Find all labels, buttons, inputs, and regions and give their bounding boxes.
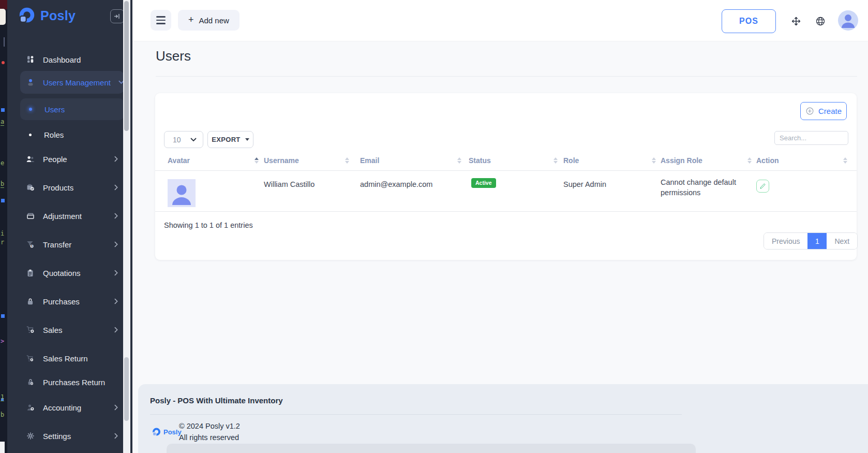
scrollbar-thumb[interactable] — [124, 357, 129, 421]
editor-text-fragment: a — [1, 118, 4, 126]
pencil-icon — [759, 183, 766, 189]
editor-fragment-block — [0, 9, 6, 25]
chevron-right-icon — [114, 404, 118, 411]
sidebar-item-purchases-return[interactable]: Purchases Return — [20, 372, 124, 392]
users-table-card: Create 10 EXPORT Avatar Username Emai — [155, 93, 857, 260]
cell-assign-role: Cannot change default permissions — [661, 177, 737, 198]
sidebar-item-label: Accounting — [43, 403, 107, 412]
sidebar-item-quotations[interactable]: Quotations — [20, 263, 124, 283]
background-editor-strip: a e b i r > 1 b — [0, 0, 7, 453]
sidebar-item-users[interactable]: Users — [20, 98, 124, 120]
cell-username: William Castillo — [264, 180, 315, 188]
editor-text-fragment: 1 — [1, 393, 4, 401]
cell-role: Super Admin — [563, 180, 606, 188]
chevron-right-icon — [114, 241, 118, 247]
search-input[interactable] — [774, 131, 848, 145]
footer-rights: All rights reserved — [179, 433, 239, 442]
topbar: + Add new POS — [130, 0, 868, 41]
footer-title: Posly - POS With Ultimate Inventory — [150, 396, 283, 405]
sidebar-item-adjustment[interactable]: Adjustment — [20, 206, 124, 226]
column-header-assign-role[interactable]: Assign Role — [661, 150, 752, 171]
sidebar-item-label: Users — [44, 105, 118, 114]
page-size-select[interactable]: 10 — [164, 131, 203, 148]
sort-icon — [652, 157, 656, 164]
chevron-right-icon — [114, 270, 118, 276]
editor-fragment-square — [1, 108, 5, 112]
column-header-username[interactable]: Username — [264, 150, 349, 171]
bullet-icon — [29, 134, 32, 136]
cell-email: admin@example.com — [360, 180, 432, 188]
edit-action-button[interactable] — [756, 180, 769, 193]
sidebar-item-label: Quotations — [43, 269, 107, 277]
showing-entries-text: Showing 1 to 1 of 1 entries — [164, 221, 253, 229]
products-box-icon — [25, 183, 35, 193]
table-header: Avatar Username Email Status Role Assign… — [155, 150, 857, 171]
user-avatar[interactable] — [838, 10, 858, 31]
pagination-previous[interactable]: Previous — [764, 233, 807, 249]
hamburger-menu-button[interactable] — [151, 10, 171, 31]
move-arrows-icon[interactable] — [790, 16, 802, 27]
sort-icon — [553, 157, 558, 164]
sidebar-item-label: Purchases — [43, 297, 107, 306]
sidebar-item-settings[interactable]: Settings — [20, 426, 124, 446]
column-header-email[interactable]: Email — [360, 150, 461, 171]
pagination: Previous 1 Next — [764, 232, 858, 250]
chevron-down-icon — [190, 138, 197, 142]
scrollbar-thumb[interactable] — [124, 1, 129, 131]
row-avatar-image — [168, 179, 196, 207]
sidebar-item-sales[interactable]: Sales — [20, 320, 124, 340]
purchases-lock-icon — [25, 297, 35, 306]
export-button[interactable]: EXPORT — [207, 131, 253, 148]
page-title: Users — [156, 48, 191, 64]
pagination-next[interactable]: Next — [827, 233, 857, 249]
chevron-right-icon — [114, 433, 118, 439]
editor-fragment-block — [0, 442, 5, 453]
chevron-right-icon — [114, 184, 118, 191]
chevron-right-icon — [114, 156, 118, 162]
editor-fragment-square — [1, 199, 5, 202]
sidebar-item-purchases[interactable]: Purchases — [20, 291, 124, 311]
column-header-role[interactable]: Role — [563, 150, 656, 171]
column-header-avatar[interactable]: Avatar — [168, 150, 259, 171]
footer-copyright: © 2024 Posly v1.2 — [179, 422, 240, 430]
sidebar-item-label: Sales Return — [43, 354, 118, 363]
user-icon — [25, 78, 35, 87]
sidebar: Posly Dashboard — [7, 0, 132, 453]
hamburger-icon — [156, 16, 166, 17]
footer: Posly - POS With Ultimate Inventory Posl… — [138, 384, 868, 453]
svg-text:$: $ — [31, 245, 33, 247]
sidebar-scrollbar — [123, 0, 130, 453]
title-divider — [156, 76, 857, 77]
sidebar-item-label: Transfer — [43, 240, 107, 249]
editor-text-fragment: e — [1, 159, 4, 167]
editor-text-fragment: r — [1, 239, 4, 246]
sidebar-item-people[interactable]: People — [20, 149, 124, 169]
add-new-button[interactable]: + Add new — [178, 10, 240, 31]
sidebar-item-accounting[interactable]: Accounting — [20, 398, 124, 417]
settings-gear-icon — [25, 431, 35, 441]
footer-brand-logo: Posly — [152, 427, 182, 437]
circle-plus-icon — [805, 107, 814, 115]
column-header-action[interactable]: Action — [756, 150, 847, 171]
caret-down-icon — [245, 138, 249, 141]
pagination-page-1[interactable]: 1 — [807, 233, 827, 249]
create-button[interactable]: Create — [800, 102, 847, 120]
pos-button[interactable]: POS — [722, 9, 776, 33]
editor-text-fragment: > — [1, 338, 4, 345]
globe-language-icon[interactable] — [815, 16, 826, 27]
sidebar-item-products[interactable]: Products — [20, 178, 124, 197]
column-header-status[interactable]: Status — [469, 150, 558, 171]
sidebar-item-roles[interactable]: Roles — [20, 125, 124, 144]
sidebar-item-dashboard[interactable]: Dashboard — [20, 50, 124, 69]
editor-text-fragment: b — [1, 180, 4, 188]
sidebar-item-label: Products — [43, 183, 107, 192]
editor-fragment-block — [0, 0, 7, 9]
sidebar-item-transfer[interactable]: $ Transfer — [20, 235, 124, 254]
sort-icon — [457, 157, 461, 164]
people-icon — [25, 154, 35, 164]
sidebar-item-users-management[interactable]: Users Management — [20, 71, 124, 94]
sort-icon — [843, 157, 847, 164]
sidebar-item-label: Roles — [44, 130, 118, 139]
sidebar-item-sales-return[interactable]: Sales Return — [20, 348, 124, 368]
sidebar-item-label: People — [43, 155, 107, 164]
